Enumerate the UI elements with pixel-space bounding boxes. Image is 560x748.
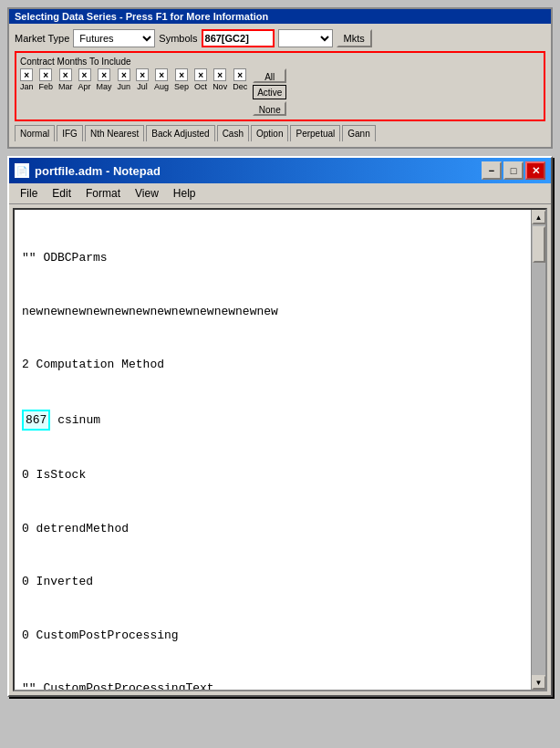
line-9: "" CustomPostProcessingText xyxy=(22,680,524,690)
month-sep: × Sep xyxy=(174,68,189,91)
selecting-data-series-panel: Selecting Data Series - Press F1 for Mor… xyxy=(7,7,553,149)
symbols-input[interactable] xyxy=(202,29,275,47)
month-oct: × Oct xyxy=(194,68,207,91)
notepad-scrollbar: ▲ ▼ xyxy=(531,210,545,690)
notepad-titlebar: 📄 portfile.adm - Notepad − □ ✕ xyxy=(9,158,551,183)
line-2: newnewnewnewnewnewnewnewnewnewnewnew xyxy=(22,303,524,321)
line-5: 0 IsStock xyxy=(22,466,524,484)
market-type-row: Market Type Futures Symbols Mkts xyxy=(15,29,545,47)
minimize-button[interactable]: − xyxy=(482,161,502,180)
scroll-down-arrow[interactable]: ▼ xyxy=(532,675,546,690)
month-nov: × Nov xyxy=(213,68,227,91)
notepad-content-wrapper: "" ODBCParms newnewnewnewnewnewnewnewnew… xyxy=(13,208,547,691)
menu-format[interactable]: Format xyxy=(78,185,128,202)
menu-edit[interactable]: Edit xyxy=(45,185,78,202)
panel-title: Selecting Data Series - Press F1 for Mor… xyxy=(9,9,551,24)
notepad-window: 📄 portfile.adm - Notepad − □ ✕ File Edit… xyxy=(7,156,553,697)
symbols-dropdown[interactable] xyxy=(278,29,333,47)
line-6: 0 detrendMethod xyxy=(22,520,524,538)
month-jan: × Jan xyxy=(20,68,34,91)
line-8: 0 CustomPostProcessing xyxy=(22,627,524,645)
menu-view[interactable]: View xyxy=(128,185,166,202)
contract-months-label: Contract Months To Include xyxy=(20,57,540,67)
month-aug: × Aug xyxy=(154,68,169,91)
month-jul: × Jul xyxy=(136,68,149,91)
data-type-tabs: Normal IFG Nth Nearest Back Adjusted Cas… xyxy=(15,125,545,141)
active-button[interactable]: Active xyxy=(253,85,286,99)
line-4: 867 csinum xyxy=(22,410,524,431)
tab-gann[interactable]: Gann xyxy=(342,125,375,141)
month-dec: × Dec xyxy=(233,68,247,91)
menu-file[interactable]: File xyxy=(13,185,45,202)
maximize-button[interactable]: □ xyxy=(503,161,524,180)
scroll-thumb[interactable] xyxy=(533,226,545,263)
tab-back-adjusted[interactable]: Back Adjusted xyxy=(146,125,214,141)
tab-ifg[interactable]: IFG xyxy=(57,125,83,141)
notepad-menubar: File Edit Format View Help xyxy=(9,183,551,204)
tab-nth-nearest[interactable]: Nth Nearest xyxy=(85,125,144,141)
csinum-highlight: 867 xyxy=(22,410,50,431)
titlebar-buttons: − □ ✕ xyxy=(482,161,545,180)
month-may: × May xyxy=(97,68,112,91)
mkts-button[interactable]: Mkts xyxy=(337,29,372,47)
tab-cash[interactable]: Cash xyxy=(217,125,249,141)
line-7: 0 Inverted xyxy=(22,573,524,591)
months-checkboxes: × Jan × Feb × Mar × Apr × May xyxy=(20,68,247,91)
all-button[interactable]: All xyxy=(253,68,286,83)
tab-perpetual[interactable]: Perpetual xyxy=(290,125,340,141)
contract-months-box: Contract Months To Include × Jan × Feb ×… xyxy=(15,51,545,121)
month-jun: × Jun xyxy=(118,68,131,91)
notepad-title-left: 📄 portfile.adm - Notepad xyxy=(15,163,161,178)
month-apr: × Apr xyxy=(78,68,91,91)
notepad-title: portfile.adm - Notepad xyxy=(35,164,161,178)
tab-normal[interactable]: Normal xyxy=(15,125,55,141)
notepad-file-icon: 📄 xyxy=(15,163,29,178)
line-3: 2 Computation Method xyxy=(22,356,524,374)
menu-help[interactable]: Help xyxy=(166,185,203,202)
symbols-label: Symbols xyxy=(159,33,197,44)
scroll-up-arrow[interactable]: ▲ xyxy=(532,210,546,224)
month-feb: × Feb xyxy=(39,68,54,91)
line-1: "" ODBCParms xyxy=(22,249,524,267)
scroll-track[interactable] xyxy=(532,224,545,675)
none-button[interactable]: None xyxy=(253,101,286,116)
close-button[interactable]: ✕ xyxy=(525,161,545,180)
market-type-select[interactable]: Futures xyxy=(73,29,155,47)
market-type-label: Market Type xyxy=(15,33,69,44)
notepad-text-area[interactable]: "" ODBCParms newnewnewnewnewnewnewnewnew… xyxy=(15,210,531,690)
month-mar: × Mar xyxy=(58,68,73,91)
tab-option[interactable]: Option xyxy=(251,125,288,141)
